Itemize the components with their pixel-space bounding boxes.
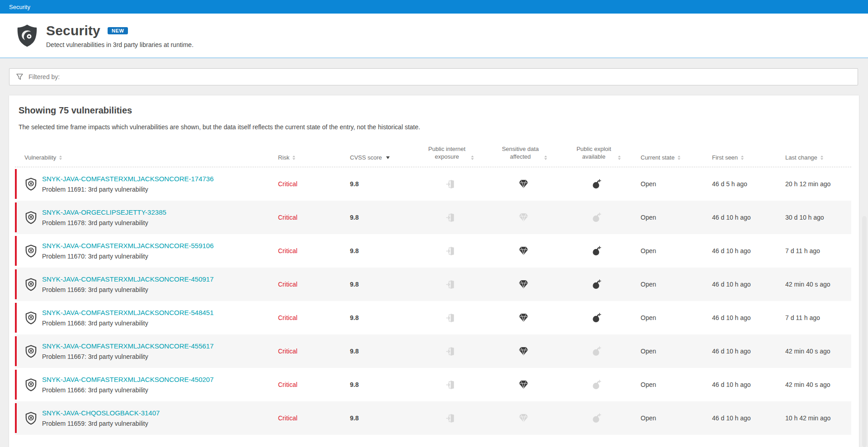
security-shield-logo-icon (16, 24, 38, 47)
column-header-vulnerability[interactable]: Vulnerability (15, 141, 271, 167)
vulnerability-problem-label: Problem 11666: 3rd party vulnerability (42, 386, 214, 394)
severity-accent-bar (15, 169, 17, 199)
column-header-public-internet-exposure[interactable]: Public internet exposure (414, 141, 486, 167)
current-state-cell: Open (633, 334, 705, 368)
shield-x-vulnerability-icon (25, 178, 37, 191)
public-internet-exposure-cell (414, 368, 486, 401)
severity-accent-bar (15, 403, 17, 433)
last-change-cell: 7 d 11 h ago (778, 301, 851, 334)
sort-icon (821, 155, 823, 161)
current-state-cell: Open (633, 301, 705, 334)
risk-cell: Critical (271, 234, 344, 268)
last-change-cell: 10 h 42 min ago (778, 401, 851, 435)
current-state-cell: Open (633, 401, 705, 435)
sensitive-data-affected-cell (486, 167, 561, 201)
page-title: Security (46, 23, 100, 38)
column-header-first-seen[interactable]: First seen (705, 141, 778, 167)
current-state-cell: Open (633, 368, 705, 401)
sensitive-data-affected-cell (486, 234, 561, 268)
public-internet-exposure-cell (414, 334, 486, 368)
vulnerabilities-card: Showing 75 vulnerabilities The selected … (9, 95, 859, 447)
door-arrow-icon (446, 280, 454, 289)
bomb-icon (592, 246, 601, 256)
vulnerability-problem-label: Problem 11678: 3rd party vulnerability (42, 219, 166, 226)
risk-cell: Critical (271, 334, 344, 368)
vulnerability-cell: SNYK-JAVA-CHQOSLOGBACK-31407 Problem 116… (15, 401, 271, 435)
risk-cell: Critical (271, 268, 344, 301)
shield-x-vulnerability-icon (25, 378, 37, 391)
last-change-cell: 20 h 12 min ago (778, 167, 851, 201)
risk-cell: Critical (271, 167, 344, 201)
vulnerability-link[interactable]: SNYK-JAVA-COMFASTERXMLJACKSONCORE-559106 (42, 242, 214, 250)
cvss-score-cell: 9.8 (344, 301, 414, 334)
vulnerability-cell: SNYK-JAVA-ORGECLIPSEJETTY-32385 Problem … (15, 201, 271, 234)
bomb-icon (592, 279, 601, 289)
last-change-cell: 30 d 10 h ago (778, 201, 851, 234)
column-header-risk[interactable]: Risk (271, 141, 344, 167)
severity-accent-bar (15, 202, 17, 232)
cvss-score-cell: 9.8 (344, 368, 414, 401)
severity-accent-bar (15, 370, 17, 400)
risk-cell: Critical (271, 368, 344, 401)
column-header-last-change[interactable]: Last change (778, 141, 851, 167)
diamond-icon (519, 414, 528, 423)
last-change-cell: 42 min 40 s ago (778, 334, 851, 368)
public-internet-exposure-cell (414, 268, 486, 301)
bomb-icon (592, 346, 601, 356)
table-row: SNYK-JAVA-COMFASTERXMLJACKSONCORE-450207… (15, 368, 851, 401)
public-exploit-available-cell (561, 234, 633, 268)
column-header-cvss-score[interactable]: CVSS score (344, 141, 414, 167)
vulnerability-link[interactable]: SNYK-JAVA-CHQOSLOGBACK-31407 (42, 409, 160, 418)
column-header-public-exploit-available[interactable]: Public exploit available (561, 141, 633, 167)
public-exploit-available-cell (561, 334, 633, 368)
sensitive-data-affected-cell (486, 268, 561, 301)
sensitive-data-affected-cell (486, 334, 561, 368)
first-seen-cell: 46 d 5 h ago (705, 167, 778, 201)
vulnerability-problem-label: Problem 11669: 3rd party vulnerability (42, 286, 214, 293)
vulnerability-cell: SNYK-JAVA-COMFASTERXMLJACKSONCORE-174736… (15, 167, 271, 201)
diamond-icon (519, 380, 528, 389)
table-row: SNYK-JAVA-CHQOSLOGBACK-31407 Problem 116… (15, 401, 851, 435)
vulnerability-link[interactable]: SNYK-JAVA-COMFASTERXMLJACKSONCORE-450917 (42, 275, 214, 284)
bomb-icon (592, 179, 601, 189)
sort-icon (544, 155, 547, 161)
first-seen-cell: 46 d 10 h ago (705, 334, 778, 368)
column-header-current-state[interactable]: Current state (633, 141, 705, 167)
sensitive-data-affected-cell (486, 368, 561, 401)
new-badge: NEW (108, 27, 128, 34)
cvss-score-cell: 9.8 (344, 401, 414, 435)
severity-accent-bar (15, 303, 17, 333)
vulnerabilities-table: Vulnerability Risk CVSS score Public int… (15, 141, 851, 435)
filter-bar[interactable]: Filtered by: (9, 68, 858, 85)
diamond-icon (519, 246, 528, 255)
table-row: SNYK-JAVA-ORGECLIPSEJETTY-32385 Problem … (15, 201, 851, 234)
filter-label: Filtered by: (28, 73, 60, 80)
first-seen-cell: 46 d 10 h ago (705, 201, 778, 234)
vulnerability-cell: SNYK-JAVA-COMFASTERXMLJACKSONCORE-450917… (15, 268, 271, 301)
vulnerability-link[interactable]: SNYK-JAVA-COMFASTERXMLJACKSONCORE-450207 (42, 376, 214, 384)
vulnerability-link[interactable]: SNYK-JAVA-COMFASTERXMLJACKSONCORE-455617 (42, 342, 214, 351)
diamond-icon (519, 280, 528, 289)
vulnerability-count-heading: Showing 75 vulnerabilities (19, 105, 859, 116)
vulnerability-cell: SNYK-JAVA-COMFASTERXMLJACKSONCORE-548451… (15, 301, 271, 334)
last-change-cell: 42 min 40 s ago (778, 368, 851, 401)
funnel-filter-icon (16, 74, 23, 80)
sort-descending-icon (386, 156, 390, 159)
vulnerability-link[interactable]: SNYK-JAVA-COMFASTERXMLJACKSONCORE-174736 (42, 175, 214, 184)
column-header-sensitive-data-affected[interactable]: Sensitive data affected (486, 141, 561, 167)
last-change-cell: 42 min 40 s ago (778, 268, 851, 301)
table-header-row: Vulnerability Risk CVSS score Public int… (15, 141, 851, 167)
door-arrow-icon (446, 246, 454, 256)
vulnerability-link[interactable]: SNYK-JAVA-COMFASTERXMLJACKSONCORE-548451 (42, 309, 214, 317)
diamond-icon (519, 313, 528, 322)
current-state-cell: Open (633, 167, 705, 201)
first-seen-cell: 46 d 10 h ago (705, 401, 778, 435)
cvss-score-cell: 9.8 (344, 234, 414, 268)
door-arrow-icon (446, 313, 454, 323)
vertical-scrollbar[interactable] (862, 216, 867, 447)
risk-cell: Critical (271, 201, 344, 234)
breadcrumb[interactable]: Security (9, 4, 30, 10)
vulnerability-link[interactable]: SNYK-JAVA-ORGECLIPSEJETTY-32385 (42, 208, 166, 217)
sort-icon (59, 155, 62, 161)
door-arrow-icon (446, 347, 454, 356)
